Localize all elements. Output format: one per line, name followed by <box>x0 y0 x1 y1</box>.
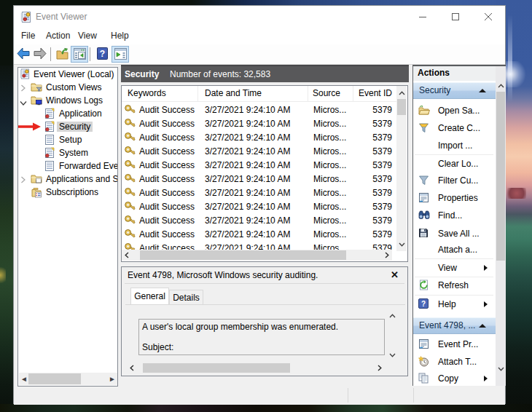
svg-text:?: ? <box>421 300 426 308</box>
svg-text:?: ? <box>100 49 105 59</box>
